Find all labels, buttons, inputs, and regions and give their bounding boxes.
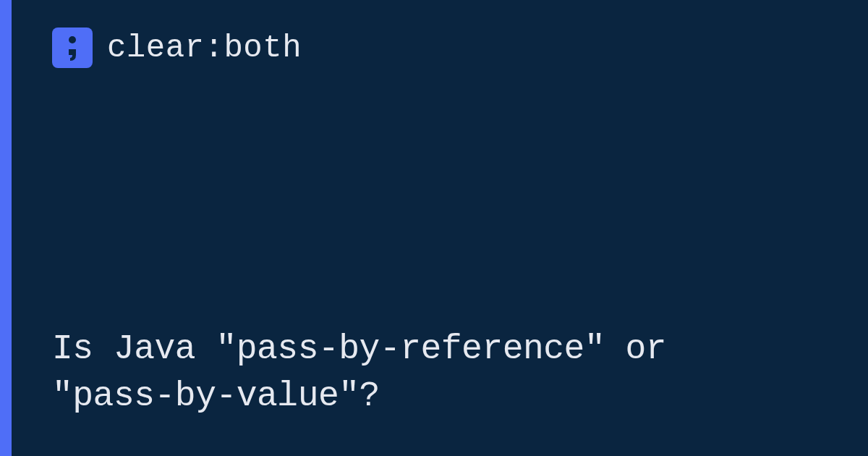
brand-name: clear:both — [107, 30, 302, 66]
semicolon-icon — [61, 33, 83, 62]
header: clear:both — [52, 28, 825, 68]
accent-bar — [0, 0, 12, 456]
svg-point-0 — [69, 36, 76, 43]
page-title: Is Java "pass-by-reference" or "pass-by-… — [52, 326, 790, 420]
logo-box — [52, 28, 93, 68]
content-area: clear:both Is Java "pass-by-reference" o… — [12, 0, 868, 456]
spacer — [52, 68, 825, 326]
